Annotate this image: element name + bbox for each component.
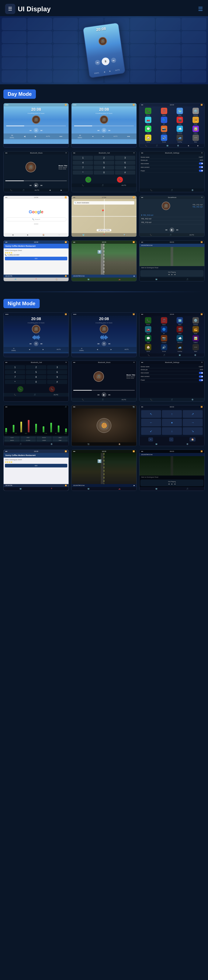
night-bt-auto-answer-toggle[interactable]: [199, 372, 203, 374]
night-bt-auto-connect-toggle[interactable]: [199, 375, 203, 378]
night-np-prev[interactable]: ⏮: [168, 483, 170, 485]
day-num-6[interactable]: 6: [115, 161, 135, 165]
night-eq-preset-7[interactable]: USER: [36, 439, 52, 441]
night-prev-2[interactable]: ⏮: [98, 342, 99, 345]
night-call-button[interactable]: 📞: [17, 386, 24, 392]
night-app-settings[interactable]: ⚙️ Settings: [188, 317, 203, 325]
night-app-radio[interactable]: 📻 Radio: [188, 326, 203, 334]
day-google-screen[interactable]: ●● 14:54 📶 Google 🔍 Search ●●●●● ◀ ▶: [3, 196, 69, 237]
hamburger-menu-icon[interactable]: ☰: [198, 6, 203, 12]
day-end-call-button[interactable]: 📞: [117, 177, 123, 183]
night-arrows-home[interactable]: 🏠: [189, 438, 195, 441]
day-num-4[interactable]: 4: [73, 161, 93, 165]
night-app-camera[interactable]: 📷 Camera: [157, 335, 172, 343]
day-bt-music-screen[interactable]: ●● Bluetooth_Music ✕ 🎵 Music Title Music…: [3, 151, 69, 192]
day-bt-auto-connect-toggle[interactable]: [199, 166, 203, 168]
app-icon-settings[interactable]: ⚙️ Settings: [188, 108, 203, 116]
night-nav-map-screen[interactable]: ●● 18:33 📶 ⬆️ 10:19 ETA 5.0 mi ▶ 🗺️ 🚗: [71, 450, 137, 491]
night-eq-preset-3[interactable]: ROCK: [36, 437, 52, 439]
night-num-5[interactable]: 5: [26, 370, 46, 374]
night-arrow-br[interactable]: ↘: [183, 427, 203, 435]
night-nav-play-screen[interactable]: ●● 08:03 📶 10:19 ETA 5.0 mi Start on Dom…: [139, 450, 205, 491]
night-app-phone[interactable]: 📞 Phone: [141, 317, 156, 325]
night-arrows-zoom-out[interactable]: -: [169, 438, 173, 441]
night-arrow-center[interactable]: ●: [162, 419, 182, 426]
day-nav-play-screen[interactable]: ●● 08:03 📶 10:19 ETA 5.0 mi Start on Dom…: [139, 240, 205, 282]
night-end-call-button[interactable]: 📞: [49, 386, 55, 392]
night-next-2[interactable]: ⏭: [109, 342, 110, 345]
night-arrows-zoom-in[interactable]: +: [148, 438, 153, 441]
night-num-hash[interactable]: #: [47, 380, 67, 384]
night-arrow-right[interactable]: →: [183, 419, 203, 426]
night-np-next[interactable]: ⏭: [174, 483, 176, 485]
app-icon-gallery[interactable]: 🖼️ Gallery: [188, 126, 203, 134]
night-arrow-left[interactable]: ←: [141, 419, 161, 426]
night-app-maps[interactable]: 🗺️ Maps: [172, 317, 188, 325]
night-app-carplay[interactable]: 🚙 CarPlay: [172, 344, 188, 352]
day-local-play[interactable]: ▶: [170, 228, 174, 232]
night-eq-preset-8[interactable]: R&B: [52, 439, 68, 441]
day-bt-prev[interactable]: ⏮: [30, 184, 32, 186]
day-num-5[interactable]: 5: [94, 161, 114, 165]
day-bt-call-screen[interactable]: ●● Bluetooth_Call ✕ 1 2 3 4 5 6 7 8 9 * …: [71, 151, 137, 192]
night-arrow-tr[interactable]: ↗: [183, 410, 203, 418]
day-local-music-screen[interactable]: ●● SocalMusic ✕ 🎵 华歌_37起.mp3 华歌_35还.mp3 …: [139, 196, 205, 237]
app-icon-chat[interactable]: 💬 Chat: [141, 126, 156, 134]
day-map-screen[interactable]: ●● 17:54 📶 🔍 Search destination 📍 33°30'…: [71, 196, 137, 237]
night-num-8[interactable]: 8: [26, 375, 46, 379]
night-bt-progress[interactable]: [73, 390, 135, 391]
app-icon-radio[interactable]: 📻 Radio: [188, 117, 203, 125]
app-icon-camera[interactable]: 📷 Camera: [157, 126, 172, 134]
day-prev-1[interactable]: ⏮: [30, 129, 32, 132]
day-play-1[interactable]: ⏸: [34, 128, 38, 133]
day-next-1[interactable]: ⏭: [41, 129, 43, 132]
day-poi-navigate-button[interactable]: GO: [5, 257, 67, 260]
night-music-screen-2[interactable]: ●●● 📶 20:08 A soothing piece of music 🎵: [71, 312, 137, 357]
night-bt-music-screen[interactable]: ●● Bluetooth_Music ✕ 🎵 Music Title Music…: [71, 361, 137, 402]
day-local-item-1[interactable]: ▶ 华歌_35还.mp3: [140, 213, 203, 217]
day-num-hash[interactable]: #: [115, 170, 135, 175]
night-app-waze[interactable]: 🚗 Waze: [141, 326, 156, 334]
night-np-play[interactable]: ▶: [172, 483, 173, 485]
hero-next-button[interactable]: ⏭: [110, 57, 116, 63]
day-music-screen-1[interactable]: ●●● 📶 20:08 A soothing piece of music 🎵 …: [3, 103, 69, 148]
day-app-grid-screen[interactable]: ●● 18:44 📶 📞 Phone 🎵 Music 🗺️ M: [139, 103, 205, 148]
night-num-4[interactable]: 4: [5, 370, 25, 374]
day-num-2[interactable]: 2: [94, 156, 114, 160]
hero-play-pause-button[interactable]: ⏸: [101, 57, 110, 66]
night-bt-settings-screen[interactable]: ●● Bluetooth_Settings ✕ Device name CarB…: [139, 361, 205, 402]
day-progress-1[interactable]: [6, 126, 66, 126]
night-app-weather[interactable]: ☁️ Weather: [172, 335, 188, 343]
app-icon-bt[interactable]: 🔵 BT: [157, 117, 172, 125]
day-map-search[interactable]: 🔍 Search destination: [74, 201, 134, 205]
day-google-search-bar[interactable]: 🔍 Search: [6, 217, 66, 221]
day-prev-2[interactable]: ⏮: [98, 129, 99, 132]
day-local-prev[interactable]: ⏮: [165, 229, 167, 231]
night-num-0[interactable]: 0: [26, 380, 46, 384]
night-app-bt[interactable]: 🔵 BT: [157, 326, 172, 334]
night-num-1[interactable]: 1: [5, 365, 25, 369]
app-icon-speaker[interactable]: 🔊 Sound: [157, 135, 172, 143]
day-bt-progress[interactable]: [5, 180, 67, 181]
app-icon-waze[interactable]: 🚗 Waze: [141, 117, 156, 125]
night-bt-play[interactable]: ▶: [102, 392, 106, 397]
night-play-1[interactable]: ⏸: [34, 341, 38, 346]
day-progress-2[interactable]: [74, 126, 134, 126]
night-app-grid-screen[interactable]: ●● 18:44 📶 📞 Phone 🎵 Music 🗺️ M: [139, 312, 205, 357]
night-music-screen-1[interactable]: ●●● 📶 20:08 A soothing piece of music 🎵: [3, 312, 69, 357]
day-play-2[interactable]: ⏸: [102, 128, 106, 133]
day-np-next[interactable]: ⏭: [174, 274, 176, 275]
night-eq-screen[interactable]: ●● 🎵 60: [3, 405, 69, 446]
night-prev-1[interactable]: ⏮: [30, 342, 32, 345]
night-app-chat[interactable]: 💬 Chat: [141, 335, 156, 343]
night-food-screen[interactable]: ●● 📷 🥘 📷 🏠: [71, 405, 137, 446]
day-bt-power-toggle[interactable]: [199, 170, 203, 172]
day-call-button[interactable]: 📞: [85, 177, 91, 183]
day-num-3[interactable]: 3: [115, 156, 135, 160]
night-bt-prev[interactable]: ⏮: [98, 394, 99, 396]
day-local-item-3[interactable]: 华歌_37起.mp3: [140, 221, 203, 224]
night-arrow-tl[interactable]: ↖: [141, 410, 161, 418]
night-num-7[interactable]: 7: [5, 375, 25, 379]
day-bt-next[interactable]: ⏭: [41, 184, 43, 186]
app-icon-carplay[interactable]: 🚙 CarPlay: [172, 135, 188, 143]
